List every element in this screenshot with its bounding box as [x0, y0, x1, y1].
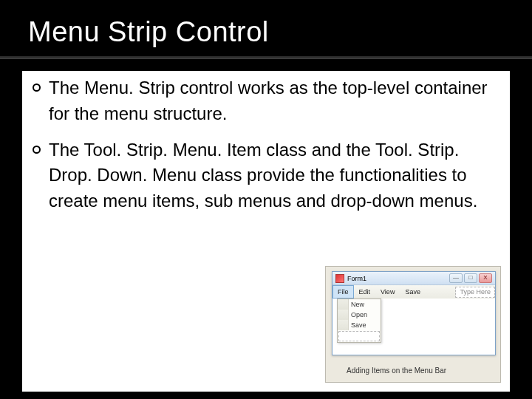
menu-item-view[interactable]: View — [375, 285, 400, 299]
figure-caption: Adding Items on the Menu Bar — [347, 366, 446, 375]
window-buttons: — □ X — [449, 273, 492, 283]
dropdown-item-save[interactable]: Save — [338, 320, 381, 330]
embedded-figure: Form1 — □ X File Edit View Save Type Her… — [325, 266, 501, 383]
slide-body: The Menu. Strip control works as the top… — [22, 71, 510, 392]
menu-strip: File Edit View Save Type Here — [332, 285, 495, 299]
app-icon — [335, 274, 344, 283]
dropdown-item-new[interactable]: New — [338, 299, 381, 310]
menu-typehere[interactable]: Type Here — [455, 287, 495, 298]
bullet-list: The Menu. Strip control works as the top… — [30, 75, 502, 214]
slide: Menu Strip Control The Menu. Strip contr… — [0, 0, 532, 399]
close-button[interactable]: X — [479, 273, 492, 283]
slide-title: Menu Strip Control — [28, 16, 504, 48]
title-underline — [0, 58, 532, 59]
form-window: Form1 — □ X File Edit View Save Type Her… — [332, 271, 496, 355]
minimize-button[interactable]: — — [449, 273, 463, 283]
bullet-item: The Menu. Strip control works as the top… — [30, 75, 502, 127]
window-title: Form1 — [347, 275, 449, 282]
menu-item-edit[interactable]: Edit — [354, 285, 376, 299]
menu-item-file[interactable]: File — [332, 285, 354, 299]
window-titlebar: Form1 — □ X — [332, 272, 495, 285]
maximize-button[interactable]: □ — [464, 273, 477, 283]
menu-item-save[interactable]: Save — [400, 285, 426, 299]
dropdown-item-open[interactable]: Open — [338, 310, 381, 320]
dropdown-menu: New Open Save — [337, 299, 381, 343]
dropdown-typehere[interactable] — [338, 331, 380, 341]
bullet-item: The Tool. Strip. Menu. Item class and th… — [30, 137, 502, 214]
